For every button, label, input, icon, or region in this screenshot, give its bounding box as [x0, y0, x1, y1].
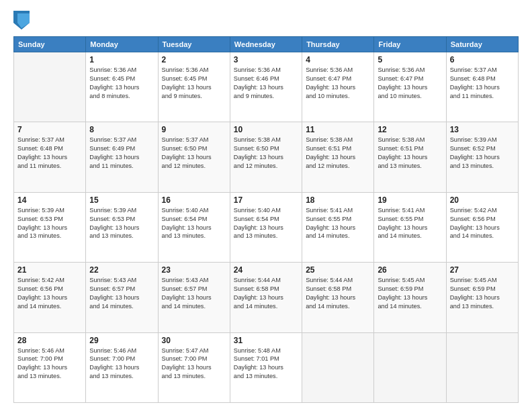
- day-number: 7: [17, 125, 82, 134]
- day-number: 19: [378, 195, 442, 205]
- header-cell-thursday: Thursday: [302, 37, 374, 52]
- day-cell: 16Sunrise: 5:40 AM Sunset: 6:54 PM Dayli…: [158, 192, 230, 262]
- day-cell: 6Sunrise: 5:37 AM Sunset: 6:48 PM Daylig…: [446, 52, 518, 122]
- day-cell: 11Sunrise: 5:38 AM Sunset: 6:51 PM Dayli…: [302, 122, 374, 192]
- header-cell-tuesday: Tuesday: [158, 37, 230, 52]
- day-number: 25: [306, 265, 370, 275]
- day-number: 30: [162, 336, 226, 345]
- day-cell: 4Sunrise: 5:36 AM Sunset: 6:47 PM Daylig…: [302, 52, 374, 122]
- day-info: Sunrise: 5:38 AM Sunset: 6:51 PM Dayligh…: [378, 136, 442, 171]
- header-cell-wednesday: Wednesday: [230, 37, 302, 52]
- day-cell: 14Sunrise: 5:39 AM Sunset: 6:53 PM Dayli…: [14, 192, 86, 262]
- day-number: 15: [89, 195, 154, 205]
- day-number: 6: [450, 55, 515, 64]
- day-info: Sunrise: 5:39 AM Sunset: 6:53 PM Dayligh…: [17, 206, 82, 241]
- day-info: Sunrise: 5:48 AM Sunset: 7:01 PM Dayligh…: [234, 347, 298, 381]
- day-cell: 25Sunrise: 5:44 AM Sunset: 6:58 PM Dayli…: [302, 263, 374, 332]
- week-row-4: 21Sunrise: 5:42 AM Sunset: 6:56 PM Dayli…: [14, 263, 519, 332]
- day-cell: 28Sunrise: 5:46 AM Sunset: 7:00 PM Dayli…: [14, 332, 86, 402]
- day-info: Sunrise: 5:42 AM Sunset: 6:56 PM Dayligh…: [450, 206, 515, 241]
- day-number: 16: [162, 195, 226, 205]
- day-cell: 26Sunrise: 5:45 AM Sunset: 6:59 PM Dayli…: [374, 263, 446, 332]
- day-cell: [446, 332, 518, 402]
- day-info: Sunrise: 5:47 AM Sunset: 7:00 PM Dayligh…: [162, 347, 226, 381]
- day-cell: 27Sunrise: 5:45 AM Sunset: 6:59 PM Dayli…: [446, 263, 518, 332]
- day-number: 18: [306, 195, 370, 205]
- header: [13, 11, 519, 30]
- day-cell: 9Sunrise: 5:37 AM Sunset: 6:50 PM Daylig…: [158, 122, 230, 192]
- week-row-2: 7Sunrise: 5:37 AM Sunset: 6:48 PM Daylig…: [14, 122, 519, 192]
- day-number: 23: [162, 265, 226, 275]
- day-cell: 23Sunrise: 5:43 AM Sunset: 6:57 PM Dayli…: [158, 263, 230, 332]
- day-number: 3: [234, 55, 298, 64]
- day-number: 20: [450, 195, 515, 205]
- week-row-1: 1Sunrise: 5:36 AM Sunset: 6:45 PM Daylig…: [14, 52, 519, 122]
- day-info: Sunrise: 5:45 AM Sunset: 6:59 PM Dayligh…: [450, 276, 515, 311]
- day-number: 1: [89, 55, 154, 64]
- day-cell: [14, 52, 86, 122]
- day-number: 5: [378, 55, 442, 64]
- day-number: 14: [17, 195, 82, 205]
- day-number: 12: [378, 125, 442, 134]
- day-number: 27: [450, 265, 515, 275]
- day-info: Sunrise: 5:46 AM Sunset: 7:00 PM Dayligh…: [89, 347, 154, 381]
- day-number: 2: [162, 55, 226, 64]
- header-cell-saturday: Saturday: [446, 37, 518, 52]
- day-cell: 24Sunrise: 5:44 AM Sunset: 6:58 PM Dayli…: [230, 263, 302, 332]
- day-number: 11: [306, 125, 370, 134]
- day-info: Sunrise: 5:43 AM Sunset: 6:57 PM Dayligh…: [89, 276, 154, 311]
- day-cell: [302, 332, 374, 402]
- header-cell-friday: Friday: [374, 37, 446, 52]
- day-cell: 2Sunrise: 5:36 AM Sunset: 6:45 PM Daylig…: [158, 52, 230, 122]
- day-info: Sunrise: 5:40 AM Sunset: 6:54 PM Dayligh…: [162, 206, 226, 241]
- logo: [13, 11, 31, 30]
- page: SundayMondayTuesdayWednesdayThursdayFrid…: [0, 0, 532, 411]
- day-cell: 31Sunrise: 5:48 AM Sunset: 7:01 PM Dayli…: [230, 332, 302, 402]
- header-cell-monday: Monday: [86, 37, 158, 52]
- day-info: Sunrise: 5:46 AM Sunset: 7:00 PM Dayligh…: [17, 347, 82, 381]
- day-number: 31: [234, 336, 298, 345]
- day-info: Sunrise: 5:45 AM Sunset: 6:59 PM Dayligh…: [378, 276, 442, 311]
- day-info: Sunrise: 5:44 AM Sunset: 6:58 PM Dayligh…: [306, 276, 370, 311]
- day-cell: 3Sunrise: 5:36 AM Sunset: 6:46 PM Daylig…: [230, 52, 302, 122]
- day-number: 4: [306, 55, 370, 64]
- day-info: Sunrise: 5:38 AM Sunset: 6:50 PM Dayligh…: [234, 136, 298, 171]
- day-info: Sunrise: 5:37 AM Sunset: 6:50 PM Dayligh…: [162, 136, 226, 171]
- day-number: 17: [234, 195, 298, 205]
- day-info: Sunrise: 5:36 AM Sunset: 6:45 PM Dayligh…: [89, 66, 154, 101]
- day-info: Sunrise: 5:36 AM Sunset: 6:47 PM Dayligh…: [378, 66, 442, 101]
- day-cell: 30Sunrise: 5:47 AM Sunset: 7:00 PM Dayli…: [158, 332, 230, 402]
- day-cell: 15Sunrise: 5:39 AM Sunset: 6:53 PM Dayli…: [86, 192, 158, 262]
- day-number: 29: [89, 336, 154, 345]
- day-number: 28: [17, 336, 82, 345]
- logo-icon: [13, 11, 30, 30]
- calendar-body: 1Sunrise: 5:36 AM Sunset: 6:45 PM Daylig…: [14, 52, 519, 403]
- header-cell-sunday: Sunday: [14, 37, 86, 52]
- day-cell: 1Sunrise: 5:36 AM Sunset: 6:45 PM Daylig…: [86, 52, 158, 122]
- day-info: Sunrise: 5:37 AM Sunset: 6:48 PM Dayligh…: [17, 136, 82, 171]
- day-cell: 13Sunrise: 5:39 AM Sunset: 6:52 PM Dayli…: [446, 122, 518, 192]
- header-row: SundayMondayTuesdayWednesdayThursdayFrid…: [14, 37, 519, 52]
- day-number: 21: [17, 265, 82, 275]
- day-info: Sunrise: 5:40 AM Sunset: 6:54 PM Dayligh…: [234, 206, 298, 241]
- day-cell: 18Sunrise: 5:41 AM Sunset: 6:55 PM Dayli…: [302, 192, 374, 262]
- day-cell: 20Sunrise: 5:42 AM Sunset: 6:56 PM Dayli…: [446, 192, 518, 262]
- day-cell: 7Sunrise: 5:37 AM Sunset: 6:48 PM Daylig…: [14, 122, 86, 192]
- day-info: Sunrise: 5:37 AM Sunset: 6:48 PM Dayligh…: [450, 66, 515, 101]
- day-number: 9: [162, 125, 226, 134]
- day-info: Sunrise: 5:36 AM Sunset: 6:47 PM Dayligh…: [306, 66, 370, 101]
- calendar: SundayMondayTuesdayWednesdayThursdayFrid…: [13, 36, 519, 403]
- day-number: 8: [89, 125, 154, 134]
- day-cell: 8Sunrise: 5:37 AM Sunset: 6:49 PM Daylig…: [86, 122, 158, 192]
- day-cell: 17Sunrise: 5:40 AM Sunset: 6:54 PM Dayli…: [230, 192, 302, 262]
- day-info: Sunrise: 5:39 AM Sunset: 6:52 PM Dayligh…: [450, 136, 515, 171]
- week-row-3: 14Sunrise: 5:39 AM Sunset: 6:53 PM Dayli…: [14, 192, 519, 262]
- day-number: 22: [89, 265, 154, 275]
- day-number: 24: [234, 265, 298, 275]
- day-number: 13: [450, 125, 515, 134]
- day-info: Sunrise: 5:41 AM Sunset: 6:55 PM Dayligh…: [378, 206, 442, 241]
- day-cell: 21Sunrise: 5:42 AM Sunset: 6:56 PM Dayli…: [14, 263, 86, 332]
- day-cell: 10Sunrise: 5:38 AM Sunset: 6:50 PM Dayli…: [230, 122, 302, 192]
- day-cell: 19Sunrise: 5:41 AM Sunset: 6:55 PM Dayli…: [374, 192, 446, 262]
- day-info: Sunrise: 5:36 AM Sunset: 6:46 PM Dayligh…: [234, 66, 298, 101]
